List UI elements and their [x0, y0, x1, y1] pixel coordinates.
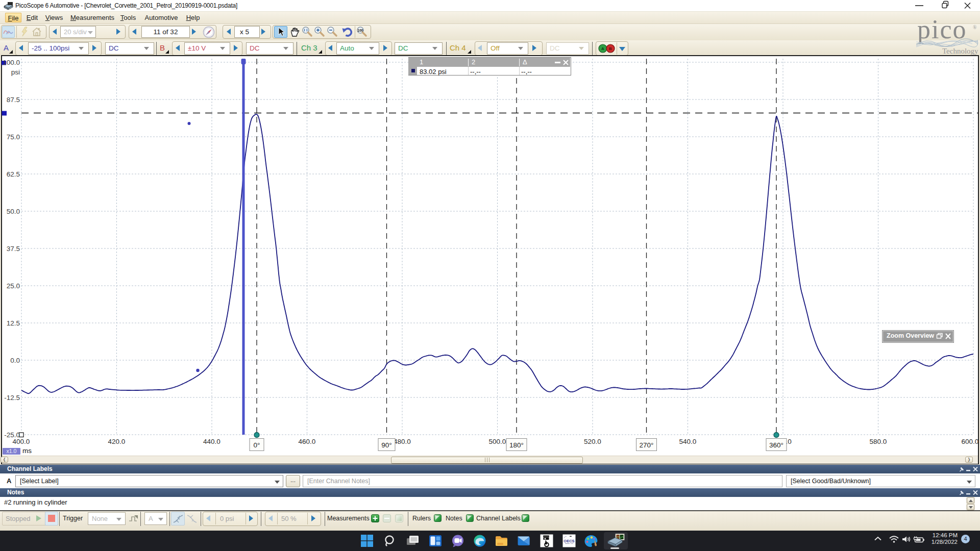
svg-text:75.0: 75.0	[7, 133, 20, 141]
svg-text:37.5: 37.5	[7, 245, 20, 253]
svg-text:180°: 180°	[509, 441, 524, 449]
svg-text:0.0: 0.0	[10, 357, 20, 364]
svg-text:0°: 0°	[254, 441, 260, 449]
svg-text:50.0: 50.0	[7, 208, 20, 215]
svg-text:-12.5: -12.5	[4, 394, 20, 402]
svg-text:100.0: 100.0	[3, 59, 20, 66]
svg-text:psi: psi	[11, 68, 20, 76]
svg-text:480.0: 480.0	[394, 438, 411, 445]
svg-text:12.5: 12.5	[7, 319, 20, 327]
svg-text:520.0: 520.0	[584, 438, 601, 445]
svg-text:87.5: 87.5	[7, 96, 20, 104]
svg-text:540.0: 540.0	[679, 438, 697, 445]
svg-text:580.0: 580.0	[870, 438, 887, 445]
svg-text:600.0: 600.0	[962, 438, 979, 445]
svg-text:OECS: OECS	[564, 539, 574, 543]
svg-text:62.5: 62.5	[7, 170, 20, 178]
svg-text:400.0: 400.0	[13, 438, 30, 445]
svg-text:500.0: 500.0	[489, 438, 506, 445]
svg-text:25.0: 25.0	[7, 282, 20, 290]
svg-text:360°: 360°	[769, 441, 783, 449]
svg-text:270°: 270°	[640, 441, 654, 449]
svg-text:440.0: 440.0	[203, 438, 220, 445]
svg-text:90°: 90°	[381, 441, 391, 449]
svg-text:420.0: 420.0	[108, 438, 126, 445]
svg-text:460.0: 460.0	[299, 438, 316, 445]
